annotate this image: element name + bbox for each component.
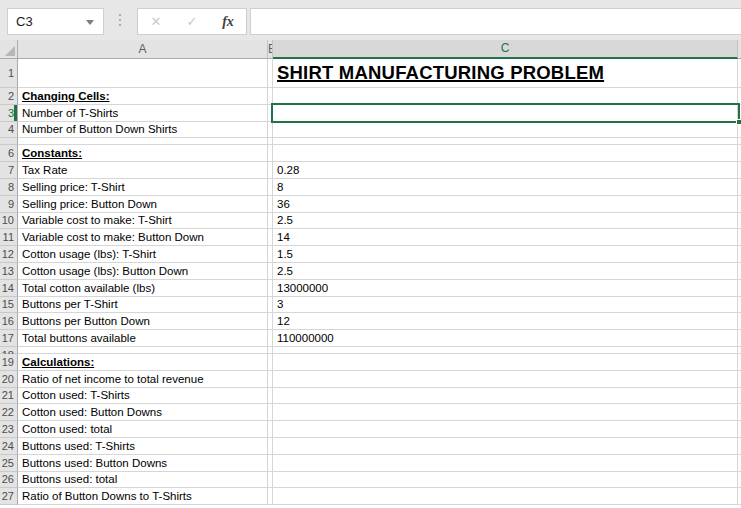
- cell-C19[interactable]: [273, 354, 738, 371]
- row-header-12[interactable]: 12: [0, 246, 18, 263]
- cell-C24[interactable]: [273, 438, 738, 455]
- row-header-25[interactable]: 25: [0, 455, 18, 472]
- cell-C8[interactable]: 8: [273, 179, 738, 196]
- cell-C27[interactable]: [273, 488, 738, 505]
- cell-A14[interactable]: Total cotton available (lbs): [18, 280, 268, 297]
- sheet-row: 10Variable cost to make: T-Shirt2.5: [0, 213, 741, 230]
- cell-C15[interactable]: 3: [273, 297, 738, 314]
- cell-C14[interactable]: 13000000: [273, 280, 738, 297]
- cell-A3[interactable]: Number of T-Shirts: [18, 105, 268, 122]
- cell-C22[interactable]: [273, 404, 738, 421]
- cell-C23[interactable]: [273, 421, 738, 438]
- cell-A15[interactable]: Buttons per T-Shirt: [18, 297, 268, 314]
- cell-C7[interactable]: 0.28: [273, 162, 738, 179]
- row-header-15[interactable]: 15: [0, 297, 18, 314]
- cell-A7[interactable]: Tax Rate: [18, 162, 268, 179]
- row-header-27[interactable]: 27: [0, 488, 18, 505]
- name-box[interactable]: C3: [7, 8, 104, 35]
- cell-A6[interactable]: Constants:: [18, 145, 268, 162]
- cell-A11[interactable]: Variable cost to make: Button Down: [18, 229, 268, 246]
- row-header-26[interactable]: 26: [0, 472, 18, 489]
- sheet-row: 18: [0, 347, 741, 354]
- row-header-17[interactable]: 17: [0, 330, 18, 347]
- cell-A1[interactable]: [18, 59, 268, 88]
- row-header-22[interactable]: 22: [0, 404, 18, 421]
- cell-C6[interactable]: [273, 145, 738, 162]
- cell-C4[interactable]: [273, 122, 738, 139]
- row-header-10[interactable]: 10: [0, 213, 18, 230]
- column-header-c[interactable]: C: [273, 40, 738, 59]
- cell-A18[interactable]: [18, 347, 268, 354]
- enter-icon[interactable]: ✓: [174, 14, 210, 29]
- row-header-1[interactable]: 1: [0, 59, 18, 88]
- cell-A2[interactable]: Changing Cells:: [18, 88, 268, 105]
- cell-C3[interactable]: [273, 105, 738, 122]
- formula-buttons-panel: ✕ ✓ fx: [137, 8, 247, 35]
- cell-A20[interactable]: Ratio of net income to total revenue: [18, 371, 268, 388]
- cell-A27[interactable]: Ratio of Button Downs to T-Shirts: [18, 488, 268, 505]
- cell-C[interactable]: [273, 138, 738, 145]
- row-header-14[interactable]: 14: [0, 280, 18, 297]
- cell-C11[interactable]: 14: [273, 229, 738, 246]
- row-header-19[interactable]: 19: [0, 354, 18, 371]
- cell-C12[interactable]: 1.5: [273, 246, 738, 263]
- row-header-6[interactable]: 6: [0, 145, 18, 162]
- cell-A21[interactable]: Cotton used: T-Shirts: [18, 388, 268, 405]
- toolbar-separator-dots-icon: [119, 14, 121, 26]
- cell-A9[interactable]: Selling price: Button Down: [18, 196, 268, 213]
- cell-A13[interactable]: Cotton usage (lbs): Button Down: [18, 263, 268, 280]
- select-all-button[interactable]: [0, 40, 18, 59]
- cancel-icon[interactable]: ✕: [138, 14, 174, 29]
- row-header-18[interactable]: 18: [0, 347, 18, 354]
- formula-toolbar: C3 ✕ ✓ fx: [0, 0, 741, 40]
- cell-A12[interactable]: Cotton usage (lbs): T-Shirt: [18, 246, 268, 263]
- sheet-row: [0, 138, 741, 145]
- row-header-8[interactable]: 8: [0, 179, 18, 196]
- cell-A23[interactable]: Cotton used: total: [18, 421, 268, 438]
- cell-C13[interactable]: 2.5: [273, 263, 738, 280]
- row-header-23[interactable]: 23: [0, 421, 18, 438]
- row-header-24[interactable]: 24: [0, 438, 18, 455]
- row-header-20[interactable]: 20: [0, 371, 18, 388]
- cell-C16[interactable]: 12: [273, 313, 738, 330]
- column-header-a[interactable]: A: [18, 40, 268, 59]
- insert-function-icon[interactable]: fx: [210, 14, 246, 30]
- row-header-2[interactable]: 2: [0, 88, 18, 105]
- row-header-7[interactable]: 7: [0, 162, 18, 179]
- sheet-row: 3Number of T-Shirts: [0, 105, 741, 122]
- row-header-11[interactable]: 11: [0, 229, 18, 246]
- sheet-row: 22Cotton used: Button Downs: [0, 404, 741, 421]
- cell-A4[interactable]: Number of Button Down Shirts: [18, 122, 268, 139]
- name-box-value: C3: [16, 14, 33, 29]
- row-header-4[interactable]: 4: [0, 122, 18, 139]
- row-header-3[interactable]: 3: [0, 105, 18, 122]
- cell-C17[interactable]: 110000000: [273, 330, 738, 347]
- cell-A26[interactable]: Buttons used: total: [18, 472, 268, 489]
- row-header-9[interactable]: 9: [0, 196, 18, 213]
- cell-A17[interactable]: Total buttons available: [18, 330, 268, 347]
- cell-A24[interactable]: Buttons used: T-Shirts: [18, 438, 268, 455]
- cell-C10[interactable]: 2.5: [273, 213, 738, 230]
- row-header-13[interactable]: 13: [0, 263, 18, 280]
- row-header-hidden[interactable]: [0, 138, 18, 145]
- cell-A16[interactable]: Buttons per Button Down: [18, 313, 268, 330]
- cell-A10[interactable]: Variable cost to make: T-Shirt: [18, 213, 268, 230]
- cell-A[interactable]: [18, 138, 268, 145]
- cell-C18[interactable]: [273, 347, 738, 354]
- cell-A8[interactable]: Selling price: T-Shirt: [18, 179, 268, 196]
- cell-A19[interactable]: Calculations:: [18, 354, 268, 371]
- cell-C2[interactable]: [273, 88, 738, 105]
- name-box-dropdown-icon[interactable]: [86, 20, 94, 25]
- cell-C20[interactable]: [273, 371, 738, 388]
- cell-C1[interactable]: SHIRT MANUFACTURING PROBLEM: [273, 59, 738, 88]
- row-header-16[interactable]: 16: [0, 313, 18, 330]
- cell-C26[interactable]: [273, 472, 738, 489]
- cell-C25[interactable]: [273, 455, 738, 472]
- row-header-21[interactable]: 21: [0, 388, 18, 405]
- cell-C9[interactable]: 36: [273, 196, 738, 213]
- formula-bar-input[interactable]: [250, 8, 741, 35]
- cell-A22[interactable]: Cotton used: Button Downs: [18, 404, 268, 421]
- fill-handle[interactable]: [736, 119, 741, 125]
- cell-A25[interactable]: Buttons used: Button Downs: [18, 455, 268, 472]
- cell-C21[interactable]: [273, 388, 738, 405]
